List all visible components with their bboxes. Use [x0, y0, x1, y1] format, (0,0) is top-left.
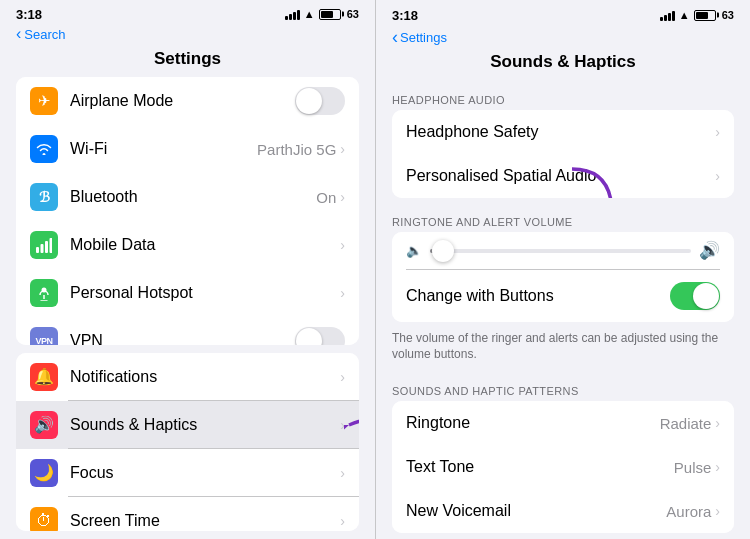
signal-bar-1 [285, 16, 288, 20]
mobile-data-label: Mobile Data [70, 236, 340, 254]
wifi-label: Wi-Fi [70, 140, 257, 158]
wifi-icon-cell [30, 135, 58, 163]
battery-tip-left [342, 12, 344, 17]
airplane-toggle-knob [296, 88, 322, 114]
apps-group: 🔔 Notifications › 🔊 Sounds & Haptics › 🌙 [16, 353, 359, 531]
focus-label: Focus [70, 464, 340, 482]
hotspot-icon [30, 279, 58, 307]
airplane-mode-label: Airplane Mode [70, 92, 295, 110]
purple-arrow-left [344, 405, 359, 445]
mobile-data-row[interactable]: Mobile Data › [16, 221, 359, 269]
back-chevron-right: ‹ [392, 27, 398, 48]
screen-time-row[interactable]: ⏱ Screen Time › [16, 497, 359, 531]
new-voicemail-value: Aurora [666, 503, 711, 520]
spatial-audio-chevron: › [715, 168, 720, 184]
wifi-chevron: › [340, 141, 345, 157]
screen-time-label: Screen Time [70, 512, 340, 530]
new-voicemail-chevron: › [715, 503, 720, 519]
ringtone-volume-header: RINGTONE AND ALERT VOLUME [376, 202, 750, 232]
left-panel: 3:18 ▲ 63 ‹ Search Settings ✈ [0, 0, 375, 539]
text-tone-row[interactable]: Text Tone Pulse › [392, 445, 734, 489]
status-time-right: 3:18 [392, 8, 418, 23]
sounds-patterns-header: SOUNDS AND HAPTIC PATTERNS [376, 371, 750, 401]
focus-chevron: › [340, 465, 345, 481]
headphone-audio-header: HEADPHONE AUDIO [376, 80, 750, 110]
battery-text-right: 63 [722, 9, 734, 21]
focus-row[interactable]: 🌙 Focus › [16, 449, 359, 497]
text-tone-chevron: › [715, 459, 720, 475]
change-buttons-label: Change with Buttons [406, 287, 670, 305]
svg-rect-3 [50, 238, 53, 253]
sounds-haptics-label: Sounds & Haptics [70, 416, 340, 434]
new-voicemail-label: New Voicemail [406, 502, 666, 520]
page-title-left: Settings [0, 47, 375, 77]
wifi-value: ParthJio 5G [257, 141, 336, 158]
headphone-safety-row[interactable]: Headphone Safety › [392, 110, 734, 154]
status-bar-left: 3:18 ▲ 63 [0, 0, 375, 26]
vpn-icon: VPN [30, 327, 58, 345]
signal-bars-right [660, 10, 675, 21]
text-tone-label: Text Tone [406, 458, 674, 476]
ringtone-label: Ringtone [406, 414, 660, 432]
airplane-mode-icon: ✈ [30, 87, 58, 115]
volume-description: The volume of the ringer and alerts can … [376, 326, 750, 372]
bluetooth-value: On [316, 189, 336, 206]
signal-bars-left [285, 9, 300, 20]
right-panel: 3:18 ▲ 63 ‹ Settings Sounds & Haptics HE… [375, 0, 750, 539]
battery-fill-left [321, 11, 334, 18]
notifications-icon: 🔔 [30, 363, 58, 391]
mobile-data-chevron: › [340, 237, 345, 253]
change-buttons-row[interactable]: Change with Buttons [392, 270, 734, 322]
volume-slider-track[interactable] [430, 249, 691, 253]
svg-rect-2 [45, 241, 48, 253]
volume-slider-thumb[interactable] [432, 240, 454, 262]
new-voicemail-row[interactable]: New Voicemail Aurora › [392, 489, 734, 533]
ringtone-row[interactable]: Ringtone Radiate › [392, 401, 734, 445]
status-icons-left: ▲ 63 [285, 8, 359, 20]
ringtone-volume-group: 🔈 🔊 Change with Buttons [392, 232, 734, 322]
battery-fill-right [696, 12, 709, 19]
change-buttons-toggle[interactable] [670, 282, 720, 310]
svg-rect-0 [36, 247, 39, 253]
hotspot-chevron: › [340, 285, 345, 301]
volume-slider-row[interactable]: 🔈 🔊 [392, 232, 734, 269]
mobile-data-icon [30, 231, 58, 259]
back-button-right[interactable]: ‹ Settings [392, 27, 447, 48]
sounds-haptics-row[interactable]: 🔊 Sounds & Haptics › [16, 401, 359, 449]
back-button-left[interactable]: ‹ Search [16, 27, 66, 42]
vpn-row[interactable]: VPN VPN [16, 317, 359, 345]
battery-text-left: 63 [347, 8, 359, 20]
text-tone-value: Pulse [674, 459, 712, 476]
screen-time-icon: ⏱ [30, 507, 58, 531]
vpn-toggle-knob [296, 328, 322, 345]
spatial-audio-row[interactable]: Personalised Spatial Audio › [392, 154, 734, 198]
sounds-icon: 🔊 [30, 411, 58, 439]
bluetooth-label: Bluetooth [70, 188, 316, 206]
bluetooth-chevron: › [340, 189, 345, 205]
notifications-chevron: › [340, 369, 345, 385]
headphone-audio-group: Headphone Safety › Personalised Spatial … [392, 110, 734, 198]
wifi-row[interactable]: Wi-Fi ParthJio 5G › [16, 125, 359, 173]
nav-bar-left: ‹ Search [0, 26, 375, 47]
wifi-status-icon: ▲ [304, 8, 315, 20]
airplane-mode-toggle[interactable] [295, 87, 345, 115]
bluetooth-icon-cell: ℬ [30, 183, 58, 211]
volume-low-icon: 🔈 [406, 243, 422, 258]
airplane-mode-row[interactable]: ✈ Airplane Mode [16, 77, 359, 125]
sounds-patterns-group: Ringtone Radiate › Text Tone Pulse › New… [392, 401, 734, 533]
hotspot-row[interactable]: Personal Hotspot › [16, 269, 359, 317]
status-time-left: 3:18 [16, 7, 42, 22]
vpn-label: VPN [70, 332, 295, 345]
back-label-right: Settings [400, 30, 447, 45]
status-icons-right: ▲ 63 [660, 9, 734, 21]
purple-arrow-down [552, 164, 632, 198]
bluetooth-row[interactable]: ℬ Bluetooth On › [16, 173, 359, 221]
signal-bar-2 [289, 14, 292, 20]
signal-bar-3 [293, 12, 296, 20]
vpn-toggle[interactable] [295, 327, 345, 345]
notifications-row[interactable]: 🔔 Notifications › [16, 353, 359, 401]
back-chevron-left: ‹ [16, 26, 21, 42]
hotspot-label: Personal Hotspot [70, 284, 340, 302]
wifi-status-icon-right: ▲ [679, 9, 690, 21]
screen-time-chevron: › [340, 513, 345, 529]
